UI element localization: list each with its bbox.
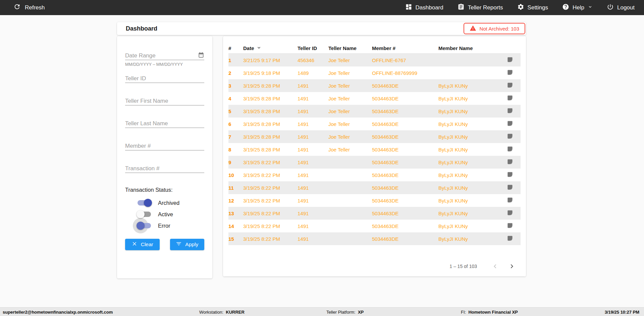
cell-member-name: ByLyJI KUNy <box>438 211 499 216</box>
cell-teller-id: 1491 <box>298 134 328 140</box>
note-icon[interactable] <box>507 159 513 166</box>
table-row[interactable]: 23/19/25 9:18 PM1489Joe TellerOFFLINE-88… <box>228 66 521 79</box>
not-archived-badge[interactable]: Not Archived: 103 <box>464 23 525 34</box>
calendar-icon[interactable] <box>198 52 204 59</box>
cell-date: 3/19/25 8:28 PM <box>243 121 298 127</box>
cell-num: 10 <box>228 172 243 178</box>
date-range-input[interactable] <box>125 51 204 60</box>
cell-member-name: ByLyJI KUNy <box>438 172 499 178</box>
cell-num: 11 <box>228 185 243 191</box>
apply-button[interactable]: Apply <box>170 239 205 250</box>
refresh-button[interactable]: Refresh <box>0 3 45 12</box>
note-icon[interactable] <box>507 222 513 230</box>
note-cell <box>499 82 521 90</box>
transaction-number-input[interactable] <box>125 164 204 173</box>
column-header--[interactable]: # <box>228 45 243 51</box>
column-header-teller-name[interactable]: Teller Name <box>328 45 372 51</box>
note-icon[interactable] <box>507 133 513 141</box>
cell-num: 8 <box>228 147 243 152</box>
table-row[interactable]: 53/19/25 8:28 PM1491Joe Teller5034463DEB… <box>228 105 521 118</box>
nav-item-teller-reports[interactable]: Teller Reports <box>458 3 503 12</box>
note-icon[interactable] <box>507 95 513 102</box>
table-row[interactable]: 133/19/25 8:22 PM14915034463DEByLyJI KUN… <box>228 207 521 220</box>
note-icon[interactable] <box>507 171 513 179</box>
note-cell <box>499 107 521 115</box>
column-header-date[interactable]: Date <box>243 45 298 51</box>
field-teller-first-name <box>125 97 204 105</box>
nav-item-dashboard[interactable]: Dashboard <box>405 3 443 12</box>
teller-platform-info: Teller Platform: XP <box>326 309 364 314</box>
note-icon[interactable] <box>507 82 513 90</box>
table-row[interactable]: 153/19/25 8:22 PM14915034463DEByLyJI KUN… <box>228 232 521 245</box>
previous-page-button[interactable] <box>491 262 499 270</box>
table-row[interactable]: 123/19/25 8:22 PM14915034463DEByLyJI KUN… <box>228 194 521 207</box>
nav-item-logout[interactable]: Logout <box>607 3 635 12</box>
next-page-button[interactable] <box>508 262 516 270</box>
note-icon[interactable] <box>507 184 513 192</box>
column-header-member-[interactable]: Member # <box>372 45 438 51</box>
workstation-info: Workstation: KURRER <box>199 309 245 314</box>
active-toggle[interactable] <box>137 210 152 219</box>
column-header-member-name[interactable]: Member Name <box>438 45 499 51</box>
note-icon[interactable] <box>507 197 513 205</box>
nav-item-help[interactable]: Help <box>562 3 593 12</box>
cell-teller-id: 1491 <box>298 108 328 114</box>
cell-member-number: 5034463DE <box>372 83 438 89</box>
table-row[interactable]: 93/19/25 8:22 PM14915034463DEByLyJI KUNy <box>228 156 521 169</box>
error-toggle[interactable] <box>137 221 152 230</box>
cell-member-number: OFFLINE-6767 <box>372 57 438 63</box>
archived-toggle[interactable] <box>137 198 152 207</box>
cell-num: 3 <box>228 83 243 89</box>
note-cell <box>499 171 521 179</box>
nav-item-settings[interactable]: Settings <box>517 3 548 12</box>
table-row[interactable]: 83/19/25 8:28 PM1491Joe Teller5034463DEB… <box>228 143 521 156</box>
help-icon <box>562 3 569 12</box>
gear-icon <box>517 3 524 12</box>
note-icon[interactable] <box>507 210 513 217</box>
table-row[interactable]: 143/19/25 8:22 PM14915034463DEByLyJI KUN… <box>228 220 521 232</box>
teller-first-name-input[interactable] <box>125 97 204 105</box>
table-row[interactable]: 33/19/25 8:28 PM1491Joe Teller5034463DEB… <box>228 79 521 92</box>
column-header-teller-id[interactable]: Teller ID <box>298 45 328 51</box>
note-icon[interactable] <box>507 235 513 243</box>
field-teller-id <box>125 74 204 83</box>
toggle-row-active: Active <box>137 210 204 219</box>
cell-member-number: 5034463DE <box>372 236 438 242</box>
cell-num: 5 <box>228 108 243 114</box>
archived-toggle-label: Archived <box>158 200 179 206</box>
workstation-label: Workstation: <box>199 309 225 314</box>
table-row[interactable]: 13/21/25 9:17 PM456346Joe TellerOFFLINE-… <box>228 54 521 66</box>
clear-button[interactable]: Clear <box>125 239 160 250</box>
table-row[interactable]: 103/19/25 8:22 PM14915034463DEByLyJI KUN… <box>228 169 521 181</box>
note-icon[interactable] <box>507 69 513 77</box>
cell-date: 3/19/25 8:28 PM <box>243 134 298 140</box>
cell-member-number: 5034463DE <box>372 172 438 178</box>
table-row[interactable]: 63/19/25 8:28 PM1491Joe Teller5034463DEB… <box>228 118 521 130</box>
note-icon[interactable] <box>507 107 513 115</box>
teller-last-name-input[interactable] <box>125 119 204 128</box>
cell-num: 2 <box>228 70 243 76</box>
error-toggle-label: Error <box>158 223 170 229</box>
field-date-range: MM/DD/YYYY – MM/DD/YYYY <box>125 51 204 67</box>
user-email: superteller2@hometownfinancialxp.onmicro… <box>3 309 113 314</box>
teller-id-input[interactable] <box>125 74 204 83</box>
workstation-value: KURRER <box>226 309 245 314</box>
transaction-status-label: Transaction Status: <box>125 187 204 193</box>
table-row[interactable]: 113/19/25 8:22 PM14915034463DEByLyJI KUN… <box>228 181 521 194</box>
warning-icon <box>470 25 476 33</box>
note-icon[interactable] <box>507 146 513 153</box>
nav-label: Teller Reports <box>468 4 503 11</box>
table-row[interactable]: 43/19/25 8:28 PM1491Joe Teller5034463DEB… <box>228 92 521 105</box>
page-title: Dashboard <box>126 25 157 32</box>
cell-num: 1 <box>228 57 243 63</box>
cell-teller-id: 1491 <box>298 160 328 165</box>
cell-teller-id: 1491 <box>298 96 328 101</box>
not-archived-label: Not Archived: 103 <box>480 26 519 32</box>
cell-teller-id: 1491 <box>298 172 328 178</box>
filter-panel: MM/DD/YYYY – MM/DD/YYYY Transaction Stat… <box>117 36 212 278</box>
member-number-input[interactable] <box>125 142 204 150</box>
table-row[interactable]: 73/19/25 8:28 PM1491Joe Teller5034463DEB… <box>228 130 521 143</box>
note-icon[interactable] <box>507 120 513 128</box>
note-icon[interactable] <box>507 56 513 64</box>
cell-member-number: 5034463DE <box>372 134 438 140</box>
